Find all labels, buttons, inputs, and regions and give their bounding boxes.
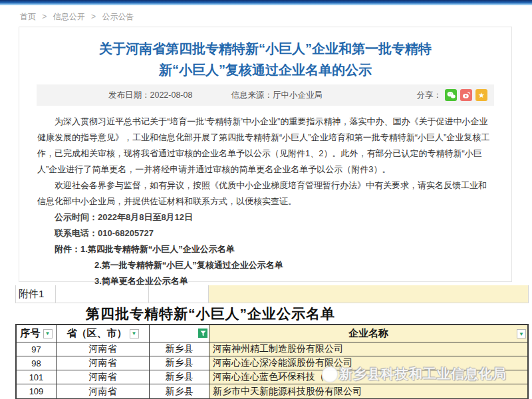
article-meta-bar: 发布日期：2022-08-08 信息来源：厅中小企业局 分享：: [37, 84, 494, 106]
cell-county[interactable]: 新乡县: [150, 342, 209, 356]
column-header-company: 企业名称 ▼: [209, 325, 527, 342]
attachment-line-1: 附件：1.第四批专精特新“小巨人”企业公示名单: [37, 241, 493, 257]
active-filter-funnel-icon[interactable]: [198, 329, 207, 338]
column-header-county: [150, 325, 209, 342]
breadcrumb-separator: >: [91, 12, 96, 21]
publish-date-value: 2022-08-08: [150, 90, 193, 100]
cell-company[interactable]: 河南神州精工制造股份有限公司: [209, 342, 527, 356]
weibo-eye-icon: [462, 91, 471, 99]
sheet-title-row: 第四批专精特新“小巨人”企业公示名单: [15, 303, 529, 324]
cell-seq[interactable]: 98: [17, 356, 57, 370]
attachment-item-1: 1.第四批专精特新“小巨人”企业公示名单: [80, 244, 235, 254]
filter-dropdown-icon[interactable]: ▼: [43, 329, 53, 338]
article-title-line2: 新“小巨人”复核通过企业名单的公示: [159, 63, 372, 77]
table-row: 98 河南省 新乡县 河南心连心深冷能源股份有限公司: [17, 356, 527, 370]
cell-county[interactable]: 新乡县: [150, 370, 209, 384]
publish-date: 发布日期：2022-08-08: [108, 90, 192, 101]
cell-province[interactable]: 河南省: [57, 342, 150, 356]
share-wechat-icon[interactable]: [445, 89, 457, 101]
page: 首页 > 信息公开 > 公示公告 关于河南省第四批专精特新“小巨人”企业和第一批…: [0, 0, 532, 399]
breadcrumb: 首页 > 信息公开 > 公示公告: [20, 11, 134, 23]
info-source: 信息来源：厅中小企业局: [231, 90, 323, 101]
paragraph-2: 欢迎社会各界参与监督，如有异议，按照《优质中小企业梯度培育管理暂行办法》中有关要…: [37, 178, 493, 209]
table-row: 101 河南省 新乡县 河南心连心蓝色环保科技（: [17, 370, 527, 384]
filter-dropdown-icon[interactable]: ▼: [130, 329, 139, 338]
cell-company[interactable]: 新乡市中天新能源科技股份有限公司: [209, 384, 527, 398]
column-header-province: 省（区、市） ▼: [57, 325, 150, 342]
breadcrumb-separator: >: [42, 12, 47, 21]
attachment1-spreadsheet: 附件1 第四批专精特新“小巨人”企业公示名单 序号 ▼ 省（区、市） ▼: [15, 285, 529, 399]
share-group: 分享： ★: [417, 89, 488, 101]
cell-province[interactable]: 河南省: [57, 384, 150, 398]
publish-date-label: 发布日期：: [108, 90, 150, 100]
column-header-seq: 序号 ▼: [17, 325, 57, 342]
contact-phone-line: 联系电话：010-68205727: [37, 225, 493, 241]
article-container: 关于河南省第四批专精特新“小巨人”企业和第一批专精特 新“小巨人”复核通过企业名…: [19, 27, 512, 282]
article-body: 为深入贯彻习近平总书记关于“培育一批‘专精特新’中小企业”的重要指示精神，落实中…: [37, 114, 493, 305]
cell-seq[interactable]: 109: [17, 384, 57, 398]
empty-yellow-cell: [208, 285, 529, 303]
attachment1-cell: 附件1: [15, 285, 55, 303]
table-row: 109 河南省 新乡县 新乡市中天新能源科技股份有限公司: [17, 384, 527, 398]
empty-cell: [55, 285, 148, 303]
cell-seq[interactable]: 101: [17, 370, 57, 384]
breadcrumb-current: 公示公告: [102, 12, 134, 21]
funnel-glyph: [200, 331, 206, 336]
article-title: 关于河南省第四批专精特新“小巨人”企业和第一批专精特 新“小巨人”复核通过企业名…: [39, 38, 491, 80]
paragraph-1: 为深入贯彻习近平总书记关于“培育一批‘专精特新’中小企业”的重要指示精神，落实中…: [37, 114, 493, 178]
cell-province[interactable]: 河南省: [57, 356, 150, 370]
sheet-label-row: 附件1: [15, 285, 529, 303]
attachment-line-2: 2.第一批专精特新“小巨人”复核通过企业公示名单: [37, 257, 493, 273]
share-weibo-icon[interactable]: [460, 89, 472, 101]
wechat-bubbles-icon: [447, 91, 456, 99]
info-source-value: 厅中小企业局: [273, 90, 323, 100]
empty-cell: [148, 285, 208, 303]
breadcrumb-info-disclosure[interactable]: 信息公开: [53, 12, 85, 21]
sheet-title: 第四批专精特新“小巨人”企业公示名单: [86, 305, 335, 323]
table-row: 97 河南省 新乡县 河南神州精工制造股份有限公司: [17, 342, 527, 356]
cell-county[interactable]: 新乡县: [150, 356, 209, 370]
info-source-label: 信息来源：: [231, 90, 273, 100]
cell-company[interactable]: 河南心连心深冷能源股份有限公司: [209, 356, 527, 370]
breadcrumb-home[interactable]: 首页: [20, 12, 36, 21]
cell-county[interactable]: 新乡县: [150, 384, 209, 398]
share-label: 分享：: [417, 90, 442, 101]
share-qzone-star-icon[interactable]: ★: [475, 89, 487, 101]
article-title-line1: 关于河南省第四批专精特新“小巨人”企业和第一批专精特: [99, 41, 432, 56]
attachment-label: 附件：: [55, 244, 80, 254]
cell-province[interactable]: 河南省: [57, 370, 150, 384]
column-header-company-label: 企业名称: [348, 327, 388, 340]
sheet-header-row: 序号 ▼ 省（区、市） ▼ 企业名称 ▼: [17, 325, 527, 342]
cell-seq[interactable]: 97: [17, 342, 57, 356]
publicity-period-line: 公示时间：2022年8月8日至8月12日: [37, 209, 493, 225]
filter-dropdown-icon[interactable]: ▼: [517, 329, 526, 338]
column-header-seq-label: 序号: [21, 327, 41, 340]
cell-company[interactable]: 河南心连心蓝色环保科技（: [209, 370, 527, 384]
column-header-province-label: 省（区、市）: [67, 327, 127, 340]
sheet-grid: 序号 ▼ 省（区、市） ▼ 企业名称 ▼: [15, 324, 529, 399]
site-banner-edge: [0, 0, 532, 5]
